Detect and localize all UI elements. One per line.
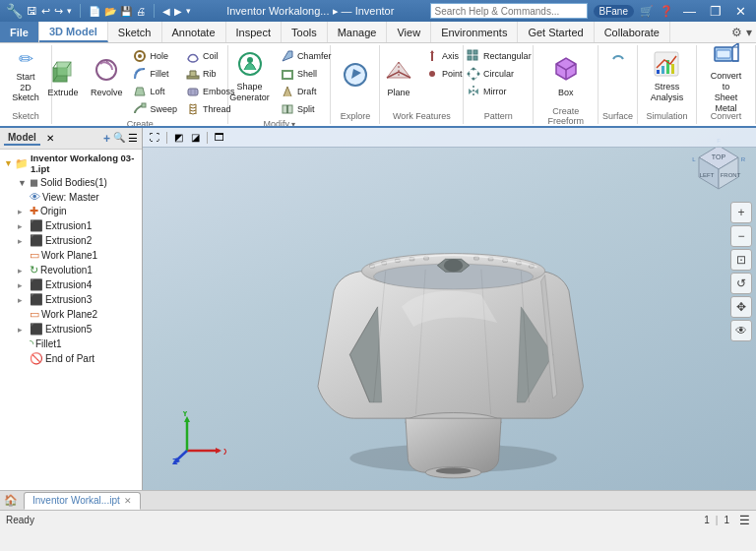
tree-item-solid-bodies[interactable]: ▼ ◼ Solid Bodies(1) — [0, 175, 142, 190]
simulation-group-label: Simulation — [646, 111, 687, 122]
tree-item-fillet1[interactable]: ▸ ◝ Fillet1 — [0, 337, 142, 351]
tree-item-extrusion1[interactable]: ▸ ⬛ Extrusion1 — [0, 218, 142, 233]
status-bar: Ready 1 | 1 ☰ — [0, 510, 756, 529]
panel-close-btn[interactable]: ✕ — [46, 133, 54, 144]
shape-gen-label: ShapeGenerator — [229, 82, 270, 103]
tab-manage[interactable]: Manage — [328, 22, 388, 42]
chamfer-button[interactable]: Chamfer — [277, 47, 335, 64]
start-sketch-label: Start2D Sketch — [9, 72, 42, 103]
quick-access-undo[interactable]: ↩ — [41, 5, 50, 18]
fillet-icon — [132, 66, 148, 82]
restore-button[interactable]: ❐ — [706, 4, 725, 19]
circular-pattern-button[interactable]: Circular — [463, 65, 535, 82]
extrude-button[interactable]: Extrude — [42, 47, 84, 104]
minimize-button[interactable]: — — [679, 4, 700, 19]
close-button[interactable]: ✕ — [731, 4, 750, 19]
surface-button[interactable] — [607, 47, 629, 64]
plane-icon — [383, 54, 414, 86]
tree-item-origin[interactable]: ▸ ✚ Origin — [0, 204, 142, 218]
search-input[interactable] — [430, 3, 588, 19]
shape-generator-button[interactable]: ShapeGenerator — [224, 47, 275, 104]
vp-maximize2[interactable]: 🗖 — [212, 131, 227, 144]
nav-look[interactable]: 👁 — [730, 320, 752, 341]
start-sketch-button[interactable]: ✏ Start2D Sketch — [4, 47, 47, 104]
bottom-tab-workalong[interactable]: Inventor Workal...ipt ✕ — [24, 492, 141, 510]
ribbon-settings-icon[interactable]: ⚙ — [731, 26, 742, 39]
shell-button[interactable]: Shell — [277, 65, 335, 82]
model-panel-header: Model ✕ + 🔍 ☰ — [0, 128, 142, 150]
point-button[interactable]: Point — [421, 65, 466, 82]
viewport[interactable]: ⛶ ◩ ◪ 🗖 — [143, 128, 756, 490]
split-button[interactable]: Split — [277, 100, 335, 117]
nav-orbit[interactable]: ↺ — [730, 273, 752, 294]
mirror-button[interactable]: Mirror — [463, 83, 535, 99]
quick-access-redo[interactable]: ↪ — [54, 5, 63, 18]
tree-item-workplane2[interactable]: ▸ ▭ Work Plane2 — [0, 307, 142, 322]
create-small-row2[interactable]: Sweep — [129, 100, 180, 117]
nav-zoom-out[interactable]: − — [730, 225, 752, 247]
rectangular-pattern-button[interactable]: Rectangular — [463, 47, 535, 64]
tab-3dmodel[interactable]: 3D Model — [39, 22, 108, 42]
tree-item-extrusion5[interactable]: ▸ ⬛ Extrusion5 — [0, 322, 142, 337]
3d-part-visualization[interactable] — [143, 148, 756, 490]
quick-access-save[interactable]: 🖫 — [27, 5, 37, 17]
toolbar-fwd[interactable]: ▶ — [174, 6, 182, 17]
panel-search-btn[interactable]: 🔍 — [113, 132, 125, 146]
quick-access-more[interactable]: ▾ — [67, 6, 72, 16]
status-menu-btn[interactable]: ☰ — [739, 514, 750, 527]
tab-inspect[interactable]: Inspect — [226, 22, 282, 42]
svg-rect-1 — [57, 62, 71, 76]
tree-item-revolution1[interactable]: ▸ ↻ Revolution1 — [0, 263, 142, 277]
plane-button[interactable]: Plane — [378, 47, 419, 104]
tab-sketch[interactable]: Sketch — [108, 22, 162, 42]
ribbon-expand-icon[interactable]: ▾ — [746, 26, 752, 39]
draft-button[interactable]: Draft — [277, 83, 335, 99]
shopping-icon[interactable]: 🛒 — [640, 5, 654, 18]
hole-button[interactable]: Hole — [129, 47, 180, 64]
create-small-row1[interactable]: Loft — [129, 83, 180, 99]
tree-item-view-master[interactable]: ▸ 👁 View: Master — [0, 190, 142, 204]
bottom-tab-close[interactable]: ✕ — [124, 496, 132, 506]
ribbon-group-surface: Surface — [598, 45, 638, 124]
svg-point-20 — [429, 71, 435, 77]
panel-add-btn[interactable]: + — [103, 132, 110, 146]
tree-item-workplane1[interactable]: ▸ ▭ Work Plane1 — [0, 248, 142, 263]
nav-pan[interactable]: ✥ — [730, 296, 752, 318]
tab-file[interactable]: File — [0, 22, 39, 42]
home-icon[interactable]: 🏠 — [4, 494, 18, 507]
toolbar-print[interactable]: 🖨 — [136, 6, 146, 17]
vp-btn-shaded[interactable]: ◪ — [188, 131, 203, 144]
tab-environments[interactable]: Environments — [431, 22, 518, 42]
stress-analysis-button[interactable]: StressAnalysis — [646, 47, 689, 104]
help-icon[interactable]: ❓ — [660, 5, 673, 18]
tree-item-extrusion2[interactable]: ▸ ⬛ Extrusion2 — [0, 233, 142, 248]
toolbar-new[interactable]: 📄 — [89, 6, 100, 17]
model-tab[interactable]: Model — [4, 131, 40, 146]
axis-button[interactable]: Axis — [421, 47, 466, 64]
tree-item-extrusion3[interactable]: ▸ ⬛ Extrusion3 — [0, 292, 142, 307]
ribbon-group-convert: Convert toSheet Metal Convert — [697, 45, 756, 124]
vp-btn-wireframe[interactable]: ◩ — [171, 131, 186, 144]
convert-to-sheet-metal-button[interactable]: Convert toSheet Metal — [701, 47, 751, 104]
nav-zoom-in[interactable]: + — [730, 202, 752, 223]
box-button[interactable]: Box — [545, 47, 587, 104]
tab-collaborate[interactable]: Collaborate — [595, 22, 670, 42]
tab-getstarted[interactable]: Get Started — [518, 22, 594, 42]
tab-view[interactable]: View — [387, 22, 431, 42]
explore-button[interactable] — [335, 47, 376, 104]
panel-menu-btn[interactable]: ☰ — [128, 132, 138, 146]
toolbar-save2[interactable]: 💾 — [120, 6, 132, 17]
tree-item-end-of-part[interactable]: ▸ 🚫 End of Part — [0, 351, 142, 366]
vp-btn-maximize[interactable]: ⛶ — [147, 131, 162, 144]
toolbar-open[interactable]: 📂 — [104, 6, 116, 17]
revolve-label: Revolve — [91, 88, 123, 97]
nav-zoom-fit[interactable]: ⊡ — [730, 249, 752, 271]
svg-point-27 — [477, 72, 480, 75]
tab-tools[interactable]: Tools — [282, 22, 328, 42]
toolbar-back[interactable]: ◀ — [162, 6, 170, 17]
tree-item-root[interactable]: ▼ 📁 Inventor Workalong 03-1.ipt — [0, 152, 142, 175]
tab-annotate[interactable]: Annotate — [162, 22, 226, 42]
revolve-button[interactable]: Revolve — [86, 47, 128, 104]
fillet-button[interactable]: Fillet — [129, 65, 180, 82]
tree-item-extrusion4[interactable]: ▸ ⬛ Extrusion4 — [0, 277, 142, 292]
